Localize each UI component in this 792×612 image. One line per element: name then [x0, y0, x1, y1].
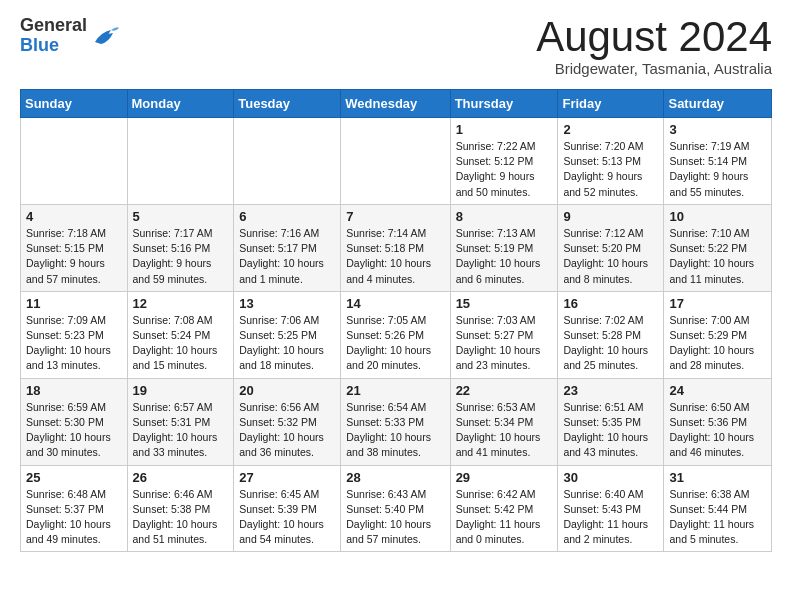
- day-number: 4: [26, 209, 122, 224]
- day-info: Sunrise: 6:38 AMSunset: 5:44 PMDaylight:…: [669, 487, 766, 548]
- calendar-week-row: 18Sunrise: 6:59 AMSunset: 5:30 PMDayligh…: [21, 378, 772, 465]
- day-info: Sunrise: 6:51 AMSunset: 5:35 PMDaylight:…: [563, 400, 658, 461]
- calendar-cell: 6Sunrise: 7:16 AMSunset: 5:17 PMDaylight…: [234, 204, 341, 291]
- calendar-cell: 4Sunrise: 7:18 AMSunset: 5:15 PMDaylight…: [21, 204, 128, 291]
- day-number: 10: [669, 209, 766, 224]
- day-number: 3: [669, 122, 766, 137]
- calendar-week-row: 11Sunrise: 7:09 AMSunset: 5:23 PMDayligh…: [21, 291, 772, 378]
- calendar-week-row: 4Sunrise: 7:18 AMSunset: 5:15 PMDaylight…: [21, 204, 772, 291]
- day-info: Sunrise: 7:18 AMSunset: 5:15 PMDaylight:…: [26, 226, 122, 287]
- calendar-cell: 2Sunrise: 7:20 AMSunset: 5:13 PMDaylight…: [558, 118, 664, 205]
- day-info: Sunrise: 6:57 AMSunset: 5:31 PMDaylight:…: [133, 400, 229, 461]
- day-info: Sunrise: 7:05 AMSunset: 5:26 PMDaylight:…: [346, 313, 444, 374]
- calendar-header-sunday: Sunday: [21, 90, 128, 118]
- logo-general: General: [20, 15, 87, 35]
- day-info: Sunrise: 6:42 AMSunset: 5:42 PMDaylight:…: [456, 487, 553, 548]
- day-number: 18: [26, 383, 122, 398]
- day-info: Sunrise: 7:13 AMSunset: 5:19 PMDaylight:…: [456, 226, 553, 287]
- day-number: 24: [669, 383, 766, 398]
- day-info: Sunrise: 7:14 AMSunset: 5:18 PMDaylight:…: [346, 226, 444, 287]
- calendar-cell: 8Sunrise: 7:13 AMSunset: 5:19 PMDaylight…: [450, 204, 558, 291]
- calendar-cell: 3Sunrise: 7:19 AMSunset: 5:14 PMDaylight…: [664, 118, 772, 205]
- calendar-cell: 24Sunrise: 6:50 AMSunset: 5:36 PMDayligh…: [664, 378, 772, 465]
- calendar-header-thursday: Thursday: [450, 90, 558, 118]
- calendar-cell: 30Sunrise: 6:40 AMSunset: 5:43 PMDayligh…: [558, 465, 664, 552]
- calendar-cell: [234, 118, 341, 205]
- logo-bird-icon: [91, 24, 119, 48]
- calendar-cell: 12Sunrise: 7:08 AMSunset: 5:24 PMDayligh…: [127, 291, 234, 378]
- calendar-cell: 5Sunrise: 7:17 AMSunset: 5:16 PMDaylight…: [127, 204, 234, 291]
- calendar-cell: 14Sunrise: 7:05 AMSunset: 5:26 PMDayligh…: [341, 291, 450, 378]
- day-info: Sunrise: 6:46 AMSunset: 5:38 PMDaylight:…: [133, 487, 229, 548]
- day-info: Sunrise: 7:10 AMSunset: 5:22 PMDaylight:…: [669, 226, 766, 287]
- day-number: 7: [346, 209, 444, 224]
- logo-blue: Blue: [20, 35, 59, 55]
- day-info: Sunrise: 6:45 AMSunset: 5:39 PMDaylight:…: [239, 487, 335, 548]
- day-number: 5: [133, 209, 229, 224]
- day-number: 31: [669, 470, 766, 485]
- day-info: Sunrise: 6:56 AMSunset: 5:32 PMDaylight:…: [239, 400, 335, 461]
- day-info: Sunrise: 7:20 AMSunset: 5:13 PMDaylight:…: [563, 139, 658, 200]
- day-number: 8: [456, 209, 553, 224]
- calendar-cell: 26Sunrise: 6:46 AMSunset: 5:38 PMDayligh…: [127, 465, 234, 552]
- calendar-table: SundayMondayTuesdayWednesdayThursdayFrid…: [20, 89, 772, 552]
- day-info: Sunrise: 6:50 AMSunset: 5:36 PMDaylight:…: [669, 400, 766, 461]
- calendar-cell: 15Sunrise: 7:03 AMSunset: 5:27 PMDayligh…: [450, 291, 558, 378]
- day-info: Sunrise: 7:06 AMSunset: 5:25 PMDaylight:…: [239, 313, 335, 374]
- day-info: Sunrise: 6:53 AMSunset: 5:34 PMDaylight:…: [456, 400, 553, 461]
- day-number: 12: [133, 296, 229, 311]
- day-info: Sunrise: 7:16 AMSunset: 5:17 PMDaylight:…: [239, 226, 335, 287]
- calendar-cell: 1Sunrise: 7:22 AMSunset: 5:12 PMDaylight…: [450, 118, 558, 205]
- day-info: Sunrise: 7:00 AMSunset: 5:29 PMDaylight:…: [669, 313, 766, 374]
- calendar-cell: [341, 118, 450, 205]
- day-info: Sunrise: 6:59 AMSunset: 5:30 PMDaylight:…: [26, 400, 122, 461]
- title-block: August 2024 Bridgewater, Tasmania, Austr…: [536, 16, 772, 77]
- day-number: 16: [563, 296, 658, 311]
- location-subtitle: Bridgewater, Tasmania, Australia: [536, 60, 772, 77]
- calendar-cell: 19Sunrise: 6:57 AMSunset: 5:31 PMDayligh…: [127, 378, 234, 465]
- calendar-cell: 16Sunrise: 7:02 AMSunset: 5:28 PMDayligh…: [558, 291, 664, 378]
- calendar-cell: 9Sunrise: 7:12 AMSunset: 5:20 PMDaylight…: [558, 204, 664, 291]
- day-info: Sunrise: 7:22 AMSunset: 5:12 PMDaylight:…: [456, 139, 553, 200]
- day-info: Sunrise: 7:02 AMSunset: 5:28 PMDaylight:…: [563, 313, 658, 374]
- day-number: 13: [239, 296, 335, 311]
- day-number: 14: [346, 296, 444, 311]
- calendar-header-tuesday: Tuesday: [234, 90, 341, 118]
- calendar-cell: 17Sunrise: 7:00 AMSunset: 5:29 PMDayligh…: [664, 291, 772, 378]
- calendar-cell: 18Sunrise: 6:59 AMSunset: 5:30 PMDayligh…: [21, 378, 128, 465]
- calendar-cell: [127, 118, 234, 205]
- day-number: 6: [239, 209, 335, 224]
- calendar-header-wednesday: Wednesday: [341, 90, 450, 118]
- page-header: General Blue August 2024 Bridgewater, Ta…: [20, 16, 772, 77]
- calendar-cell: 7Sunrise: 7:14 AMSunset: 5:18 PMDaylight…: [341, 204, 450, 291]
- calendar-cell: 13Sunrise: 7:06 AMSunset: 5:25 PMDayligh…: [234, 291, 341, 378]
- day-number: 29: [456, 470, 553, 485]
- day-number: 15: [456, 296, 553, 311]
- day-number: 25: [26, 470, 122, 485]
- day-number: 22: [456, 383, 553, 398]
- day-number: 19: [133, 383, 229, 398]
- day-info: Sunrise: 6:48 AMSunset: 5:37 PMDaylight:…: [26, 487, 122, 548]
- day-info: Sunrise: 7:12 AMSunset: 5:20 PMDaylight:…: [563, 226, 658, 287]
- calendar-header-monday: Monday: [127, 90, 234, 118]
- day-number: 20: [239, 383, 335, 398]
- logo: General Blue: [20, 16, 119, 56]
- day-number: 2: [563, 122, 658, 137]
- day-number: 23: [563, 383, 658, 398]
- day-number: 27: [239, 470, 335, 485]
- day-number: 30: [563, 470, 658, 485]
- calendar-cell: 23Sunrise: 6:51 AMSunset: 5:35 PMDayligh…: [558, 378, 664, 465]
- month-title: August 2024: [536, 16, 772, 58]
- calendar-week-row: 1Sunrise: 7:22 AMSunset: 5:12 PMDaylight…: [21, 118, 772, 205]
- calendar-week-row: 25Sunrise: 6:48 AMSunset: 5:37 PMDayligh…: [21, 465, 772, 552]
- day-info: Sunrise: 7:17 AMSunset: 5:16 PMDaylight:…: [133, 226, 229, 287]
- calendar-header-row: SundayMondayTuesdayWednesdayThursdayFrid…: [21, 90, 772, 118]
- day-info: Sunrise: 6:54 AMSunset: 5:33 PMDaylight:…: [346, 400, 444, 461]
- day-number: 11: [26, 296, 122, 311]
- calendar-cell: [21, 118, 128, 205]
- calendar-cell: 10Sunrise: 7:10 AMSunset: 5:22 PMDayligh…: [664, 204, 772, 291]
- day-number: 26: [133, 470, 229, 485]
- calendar-cell: 31Sunrise: 6:38 AMSunset: 5:44 PMDayligh…: [664, 465, 772, 552]
- calendar-cell: 25Sunrise: 6:48 AMSunset: 5:37 PMDayligh…: [21, 465, 128, 552]
- day-info: Sunrise: 6:40 AMSunset: 5:43 PMDaylight:…: [563, 487, 658, 548]
